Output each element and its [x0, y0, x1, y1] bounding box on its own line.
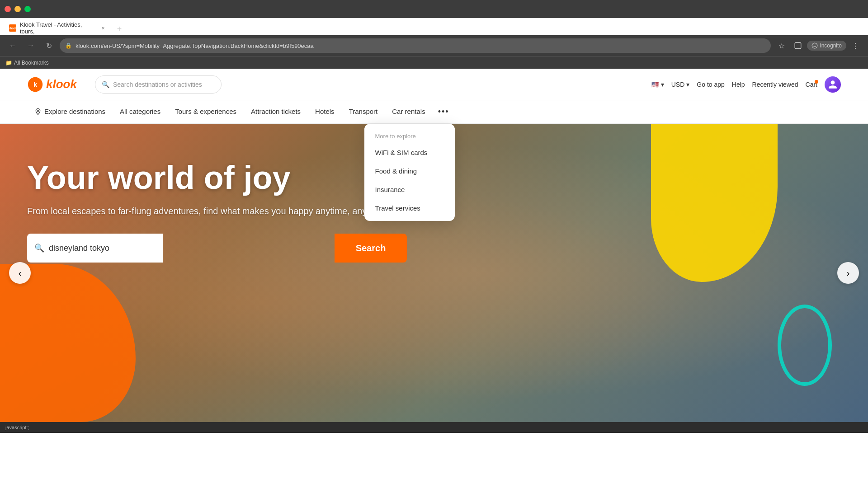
- klook-logo-text: klook: [46, 77, 77, 91]
- nav-hotels[interactable]: Hotels: [308, 100, 342, 124]
- nav-car-rentals[interactable]: Car rentals: [385, 100, 432, 124]
- food-label: Food & dining: [375, 167, 417, 175]
- nav-explore-label: Explore destinations: [44, 108, 105, 115]
- tab-favicon: klook: [9, 24, 16, 32]
- tab-title: Klook Travel - Activities, tours,: [20, 21, 96, 35]
- dropdown-item-travel[interactable]: Travel services: [364, 199, 455, 217]
- all-bookmarks-button[interactable]: 📁 All Bookmarks: [5, 60, 49, 66]
- incognito-label: Incognito: [820, 42, 842, 49]
- menu-button[interactable]: ⋮: [848, 38, 863, 53]
- nav-transport[interactable]: Transport: [342, 100, 385, 124]
- maximize-window-button[interactable]: [24, 6, 31, 12]
- browser-toolbar: ← → ↻ 🔒 klook.com/en-US/?spm=Mobility_Ag…: [0, 35, 868, 56]
- minimize-window-button[interactable]: [14, 6, 21, 12]
- hero-search-input[interactable]: [27, 234, 163, 263]
- more-dropdown-menu: More to explore WiFi & SIM cards Food & …: [364, 124, 455, 221]
- svg-rect-0: [795, 42, 802, 49]
- bookmarks-bar: 📁 All Bookmarks: [0, 56, 868, 69]
- hero-search-icon: 🔍: [34, 243, 44, 253]
- window-controls: [5, 6, 31, 12]
- profile-button[interactable]: [791, 38, 805, 53]
- nav-actions: 🇺🇸 ▾ USD ▾ Go to app Help Recently viewe…: [651, 76, 841, 93]
- title-bar: [0, 0, 868, 18]
- refresh-button[interactable]: ↻: [42, 38, 56, 53]
- cart-notification-dot: [815, 80, 818, 84]
- toolbar-actions: ☆ Incognito ⋮: [774, 38, 863, 53]
- wifi-label: WiFi & SIM cards: [375, 149, 428, 156]
- back-button[interactable]: ←: [5, 38, 20, 53]
- insurance-label: Insurance: [375, 186, 405, 193]
- currency-label: USD: [671, 81, 685, 88]
- currency-arrow: ▾: [686, 81, 689, 88]
- flag-arrow: ▾: [661, 81, 664, 88]
- go-to-app-link[interactable]: Go to app: [697, 81, 725, 88]
- status-text: javascript:;: [5, 425, 29, 430]
- nav-attraction-tickets[interactable]: Attraction tickets: [244, 100, 308, 124]
- dropdown-item-insurance[interactable]: Insurance: [364, 180, 455, 199]
- active-tab[interactable]: klook Klook Travel - Activities, tours, …: [4, 21, 112, 35]
- language-selector[interactable]: 🇺🇸 ▾: [651, 81, 664, 88]
- lock-icon: 🔒: [65, 42, 72, 49]
- new-tab-button[interactable]: +: [113, 23, 126, 35]
- carousel-next-button[interactable]: ›: [837, 262, 859, 284]
- nav-tours-experiences[interactable]: Tours & experiences: [168, 100, 244, 124]
- nav-all-categories[interactable]: All categories: [113, 100, 168, 124]
- address-bar[interactable]: 🔒 klook.com/en-US/?spm=Mobility_Aggregat…: [60, 38, 771, 53]
- forward-button[interactable]: →: [24, 38, 38, 53]
- hero-search-bar: 🔍 Search: [27, 234, 407, 263]
- klook-sub-nav: Explore destinations All categories Tour…: [0, 100, 868, 124]
- currency-selector[interactable]: USD ▾: [671, 81, 690, 88]
- website-content: k klook 🔍 Search destinations or activit…: [0, 69, 868, 422]
- browser-chrome: klook Klook Travel - Activities, tours, …: [0, 0, 868, 69]
- travel-label: Travel services: [375, 204, 420, 212]
- more-menu-button[interactable]: ••• More to explore WiFi & SIM cards Foo…: [433, 100, 455, 124]
- cart-button[interactable]: Cart: [806, 81, 817, 88]
- bookmarks-label: All Bookmarks: [14, 60, 49, 66]
- hero-search-button[interactable]: Search: [335, 234, 407, 263]
- tab-close-button[interactable]: ×: [99, 24, 107, 32]
- url-text: klook.com/en-US/?spm=Mobility_Aggregate.…: [75, 42, 314, 49]
- bookmark-button[interactable]: ☆: [774, 38, 789, 53]
- folder-icon: 📁: [5, 60, 12, 66]
- tab-bar: klook Klook Travel - Activities, tours, …: [0, 18, 868, 35]
- user-avatar[interactable]: [825, 76, 841, 93]
- dropdown-header: More to explore: [364, 127, 455, 143]
- svg-text:k: k: [33, 81, 38, 88]
- nav-search-icon: 🔍: [102, 81, 109, 88]
- incognito-badge: Incognito: [807, 41, 846, 51]
- browser-status-bar: javascript:;: [0, 422, 868, 433]
- dropdown-item-food[interactable]: Food & dining: [364, 162, 455, 180]
- more-dots-icon: •••: [438, 107, 449, 117]
- klook-logo[interactable]: k klook: [27, 76, 77, 93]
- nav-explore-destinations[interactable]: Explore destinations: [27, 100, 113, 124]
- nav-search-bar[interactable]: 🔍 Search destinations or activities: [95, 75, 222, 94]
- nav-search-placeholder: Search destinations or activities: [113, 81, 202, 88]
- hero-search-input-wrapper: 🔍: [27, 234, 335, 263]
- avatar-image: [825, 76, 841, 93]
- location-pin-icon: [34, 108, 42, 115]
- close-window-button[interactable]: [5, 6, 11, 12]
- klook-logo-icon: k: [27, 76, 43, 93]
- carousel-prev-button[interactable]: ‹: [9, 262, 31, 284]
- klook-top-nav: k klook 🔍 Search destinations or activit…: [0, 69, 868, 100]
- dropdown-item-wifi[interactable]: WiFi & SIM cards: [364, 143, 455, 162]
- help-link[interactable]: Help: [732, 81, 745, 88]
- recently-viewed-link[interactable]: Recently viewed: [752, 81, 798, 88]
- teal-circle-decoration: [778, 305, 832, 386]
- flag-icon: 🇺🇸: [651, 81, 659, 88]
